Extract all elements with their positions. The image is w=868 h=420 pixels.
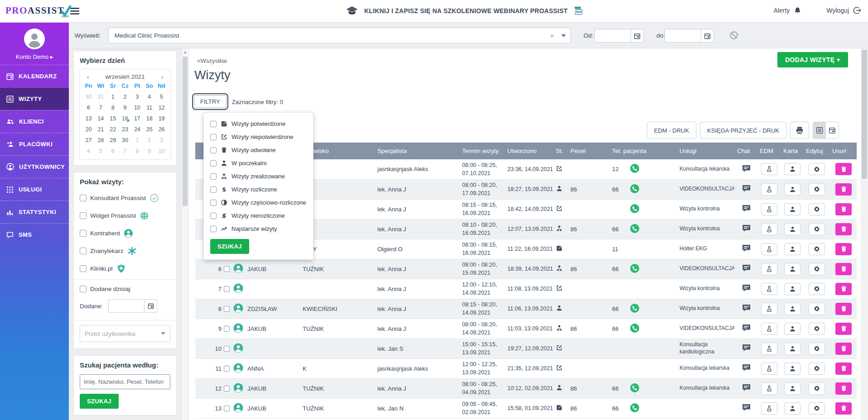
chat-button[interactable] <box>742 247 751 254</box>
edm-button[interactable] <box>761 263 777 275</box>
patient-card-button[interactable] <box>784 402 800 415</box>
column-header[interactable]: Termin wizyty <box>459 143 505 159</box>
date-from-input[interactable] <box>594 29 631 43</box>
sidebar-item-sms[interactable]: SMS <box>0 223 69 246</box>
column-header[interactable]: Usuń <box>829 143 857 159</box>
proassist-logo[interactable]: PROASSIST <box>5 5 72 16</box>
calendar-day[interactable]: 29 <box>107 135 119 146</box>
list-view-button[interactable] <box>813 122 826 138</box>
calendar-day[interactable]: 31 <box>95 91 107 102</box>
added-today-option[interactable]: Dodane dzisiaj <box>74 282 176 296</box>
panel-scrollbar[interactable]: ▲ <box>181 48 189 420</box>
filter-option-wizyty-zrealizowane[interactable]: Wizyty zrealizowane <box>204 170 313 183</box>
filter-option-wizyty-rozliczone[interactable]: $ Wizyty rozliczone <box>204 183 313 196</box>
edit-button[interactable] <box>809 382 825 395</box>
chat-button[interactable] <box>742 167 751 174</box>
delete-button[interactable] <box>835 263 852 275</box>
chat-button[interactable] <box>742 187 751 194</box>
edm-button[interactable] <box>761 323 777 335</box>
delete-button[interactable] <box>835 402 852 415</box>
calendar-day-selected[interactable]: 16 <box>119 113 131 124</box>
calendar-day[interactable]: 30 <box>119 135 131 146</box>
calendar-day[interactable]: 30 <box>82 91 95 102</box>
delete-button[interactable] <box>835 183 852 196</box>
row-checkbox[interactable] <box>224 326 230 332</box>
column-header[interactable]: St. <box>553 143 568 159</box>
calendar-day[interactable]: 22 <box>107 124 119 135</box>
edm-button[interactable] <box>761 163 777 175</box>
filter-option-w-poczekalni[interactable]: W poczekalni <box>204 157 313 170</box>
row-checkbox[interactable] <box>224 406 230 411</box>
edit-button[interactable] <box>809 363 825 375</box>
calendar-day[interactable]: 4 <box>82 146 95 157</box>
delete-button[interactable] <box>835 283 852 295</box>
calendar-day[interactable]: 20 <box>82 124 95 135</box>
column-header[interactable]: Edytuj <box>803 143 829 159</box>
edm-button[interactable] <box>761 382 777 395</box>
scrollbar-thumb[interactable] <box>183 57 188 206</box>
patient-card-button[interactable] <box>784 183 800 196</box>
checkbox[interactable] <box>210 173 217 180</box>
edm-button[interactable] <box>761 402 777 415</box>
checkbox[interactable] <box>80 212 87 219</box>
show-option-kontrahent[interactable]: Kontrahent <box>74 224 176 242</box>
call-button[interactable] <box>630 324 639 334</box>
calendar-day[interactable]: 17 <box>131 113 143 124</box>
print-button[interactable] <box>790 122 809 139</box>
call-button[interactable] <box>630 204 639 215</box>
checkbox[interactable] <box>210 147 217 153</box>
edit-button[interactable] <box>809 323 825 335</box>
edm-button[interactable] <box>761 243 777 255</box>
filter-option-najstarsze-wizyty[interactable]: Najstarsze wizyty <box>204 222 313 235</box>
calendar-day[interactable]: 26 <box>155 124 168 135</box>
calendar-next-icon[interactable]: › <box>157 73 168 81</box>
patient-search-input[interactable]: Imię, Nazwisko, Pesel, Telefon <box>80 374 170 389</box>
patient-card-button[interactable] <box>784 323 800 335</box>
patient-card-button[interactable] <box>784 363 800 375</box>
alerts-button[interactable]: Alerty <box>774 6 802 15</box>
sidebar-item-plac-wki[interactable]: PLACÓWKI <box>0 133 69 155</box>
patient-card-button[interactable] <box>784 303 800 315</box>
calendar-prev-icon[interactable]: ‹ <box>82 73 93 81</box>
admission-book-print-button[interactable]: KSIĘGA PRZYJEĆ - DRUK <box>700 122 786 139</box>
row-checkbox[interactable] <box>224 386 230 391</box>
edit-button[interactable] <box>809 303 825 315</box>
filter-option-wizyty-niepotwierdzone[interactable]: Wizyty niepotwierdzone <box>204 130 313 143</box>
added-date-input[interactable] <box>108 299 145 313</box>
edm-button[interactable] <box>761 223 777 235</box>
calendar-day[interactable]: 4 <box>143 91 155 102</box>
patient-card-button[interactable] <box>784 283 800 295</box>
edm-button[interactable] <box>761 283 777 295</box>
chat-button[interactable] <box>742 227 751 234</box>
row-checkbox[interactable] <box>224 266 230 272</box>
page-scrollbar[interactable] <box>861 48 868 420</box>
edm-button[interactable] <box>761 363 777 375</box>
call-button[interactable] <box>630 164 639 174</box>
call-button[interactable] <box>630 304 639 314</box>
edit-button[interactable] <box>809 183 825 196</box>
sidebar-item-us-ugi[interactable]: USŁUGI <box>0 178 69 200</box>
chat-button[interactable] <box>742 307 751 314</box>
all-visits-link[interactable]: <Wszystkie <box>197 57 227 64</box>
calendar-day[interactable]: 14 <box>95 113 107 124</box>
chat-button[interactable] <box>742 347 751 353</box>
checkbox[interactable] <box>80 265 87 272</box>
chat-button[interactable] <box>742 327 751 334</box>
calendar-view-button[interactable] <box>826 122 839 138</box>
filters-button[interactable]: FILTRY <box>194 95 227 108</box>
menu-toggle-icon[interactable] <box>70 8 79 16</box>
chat-button[interactable] <box>742 267 751 274</box>
added-date-calendar-button[interactable] <box>145 299 157 313</box>
edm-print-button[interactable]: EDM - DRUK <box>647 122 696 139</box>
edit-button[interactable] <box>809 283 825 295</box>
sidebar-item-wizyty[interactable]: WIZYTY <box>0 87 69 110</box>
avatar[interactable] <box>24 29 45 49</box>
checkbox[interactable] <box>210 200 217 206</box>
calendar-day[interactable]: 7 <box>119 146 131 157</box>
calendar-day[interactable]: 13 <box>82 113 95 124</box>
row-checkbox[interactable] <box>224 366 230 372</box>
calendar-day[interactable]: 2 <box>143 135 155 146</box>
patient-search-button[interactable]: SZUKAJ <box>80 394 119 409</box>
calendar-day[interactable]: 10 <box>131 102 143 113</box>
calendar-day[interactable]: 7 <box>95 102 107 113</box>
